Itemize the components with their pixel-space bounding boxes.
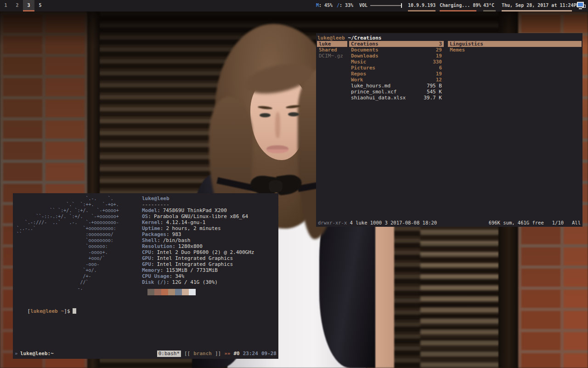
neofetch-line-kernel: Kernel4.12.14-gnu-1 bbox=[142, 219, 254, 225]
dir-row-music[interactable]: Music330 bbox=[349, 59, 444, 65]
shell-prompt[interactable]: [luke@leeb~]$ bbox=[15, 302, 76, 320]
ranger-title-bar: luke@leeb~/Creations bbox=[317, 35, 381, 41]
ranger-filter: All bbox=[572, 219, 581, 226]
display-icon-stand bbox=[579, 8, 582, 9]
ranger-size-summary: 696K sum, 461G free bbox=[489, 219, 544, 226]
preview-dir-memes[interactable]: Memes bbox=[448, 47, 582, 53]
file-row-prince-smol[interactable]: prince_smol.xcf545 K bbox=[349, 89, 444, 95]
palette-swatch-5 bbox=[175, 289, 182, 295]
neofetch-line-gpu2: GPUIntel Integrated Graphics bbox=[142, 261, 254, 267]
cpu-usage-text: : 45% bbox=[319, 3, 333, 8]
volume-label: VOL bbox=[359, 3, 368, 8]
ranger-status-bar: drwxr-xr-x 4 luke 1000 3 2017-08-08 18:2… bbox=[316, 219, 582, 226]
neofetch-line-gpu1: GPUIntel Integrated Graphics bbox=[142, 255, 254, 261]
battery-indicator: Charging... 89% bbox=[440, 0, 476, 12]
volume-slider[interactable] bbox=[370, 5, 401, 6]
woman-nose bbox=[275, 112, 280, 138]
neofetch-info: luke@leeb --------- Model745869U ThinkPa… bbox=[142, 196, 254, 285]
ranger-permissions: drwxr-xr-x bbox=[318, 220, 347, 225]
tmux-date: 09-28 bbox=[261, 350, 277, 358]
palette-swatch-4 bbox=[168, 289, 175, 295]
neofetch-line-uptime: Uptime2 hours, 2 minutes bbox=[142, 225, 254, 231]
ranger-title-path: ~/Creations bbox=[348, 35, 382, 41]
temperature-indicator: 43°C bbox=[483, 0, 496, 12]
parabola-ascii-logo: `.-. `. `.` `:++. `-+o+. `` `:+/. `:+/. … bbox=[17, 196, 119, 291]
palette-swatch-2 bbox=[154, 289, 161, 295]
prompt-user-host: luke@leeb bbox=[30, 308, 58, 314]
dir-row-work[interactable]: Work12 bbox=[349, 77, 444, 83]
display-icon-screen bbox=[577, 2, 584, 7]
workspace-tag-3-label: 3 bbox=[27, 3, 30, 8]
parent-file-dcim[interactable]: DCIM~.gz bbox=[317, 53, 347, 59]
neofetch-color-palette bbox=[147, 289, 196, 295]
display-icon[interactable] bbox=[577, 2, 586, 9]
volume-indicator[interactable]: VOL bbox=[359, 0, 401, 12]
neofetch-user-host: luke@leeb bbox=[142, 196, 254, 201]
tmux-git-open: [[ bbox=[184, 350, 190, 358]
workspace-tag-2[interactable]: 2 bbox=[11, 0, 23, 12]
neofetch-separator: --------- bbox=[142, 201, 254, 207]
tmux-clock: 23:24 bbox=[243, 350, 258, 358]
prompt-close-bracket: ]$ bbox=[64, 308, 70, 314]
ranger-parent-column: luke Shared DCIM~.gz bbox=[317, 41, 347, 59]
neofetch-line-os: OSParabola GNU/Linux-libre x86_64 bbox=[142, 213, 254, 219]
ranger-summary: 696K sum, 461G free 1/10 All bbox=[489, 219, 581, 226]
tmux-chevrons-icon: »» bbox=[224, 350, 230, 358]
tmux-right-status: 0:bash* [[ branch ]] »» #0 23:24 09-28 bbox=[157, 350, 277, 358]
network-ip-indicator: 10.9.9.193 bbox=[408, 0, 435, 12]
woman-eye-left bbox=[260, 113, 271, 117]
tmux-session-name: luke@leeb:~ bbox=[20, 350, 54, 358]
dir-row-downloads[interactable]: Downloads19 bbox=[349, 53, 444, 59]
woman-lips bbox=[266, 145, 288, 153]
workspace-tag-3-active[interactable]: 3 bbox=[23, 0, 34, 12]
datetime-text: Thu, Sep 28, 2017 at 11:24PM bbox=[502, 3, 579, 8]
battery-underline bbox=[440, 10, 476, 12]
memory-usage-indicator: /: 33% bbox=[337, 0, 353, 12]
palette-swatch-6 bbox=[182, 289, 189, 295]
ranger-preview-column: Linguistics Memes bbox=[448, 41, 582, 53]
temperature-underline bbox=[483, 10, 496, 12]
dir-row-pictures[interactable]: Pictures6 bbox=[349, 65, 444, 71]
terminal-window[interactable]: `.-. `. `.` `:++. `-+o+. `` `:+/. `:+/. … bbox=[13, 193, 278, 359]
memory-usage-text: : 33% bbox=[339, 3, 353, 8]
neofetch-line-memory: Memory1153MiB / 7731MiB bbox=[142, 267, 254, 273]
tmux-prefix-chevron: » bbox=[15, 350, 18, 358]
file-row-shiaohui-data[interactable]: shiaohui_data.xlsx39.7 K bbox=[349, 95, 444, 101]
network-ip-text: 10.9.9.193 bbox=[408, 3, 435, 8]
status-bar: 1 2 3 5 M: 45% /: 33% VOL 10.9.9.193 Cha… bbox=[0, 0, 588, 12]
datetime-indicator: Thu, Sep 28, 2017 at 11:24PM bbox=[502, 0, 572, 12]
neofetch-line-model: Model745869U ThinkPad X200 bbox=[142, 207, 254, 213]
dir-row-repos[interactable]: Repos19 bbox=[349, 71, 444, 77]
workspace-tag-5[interactable]: 5 bbox=[34, 0, 46, 12]
tmux-git-branch: branch bbox=[193, 350, 212, 358]
dir-row-documents[interactable]: Documents29 bbox=[349, 47, 444, 53]
dir-row-creations[interactable]: Creations3 bbox=[349, 41, 444, 47]
ranger-file-meta: drwxr-xr-x 4 luke 1000 3 2017-08-08 18:2… bbox=[318, 219, 437, 226]
tmux-window-tab[interactable]: 0:bash* bbox=[157, 351, 181, 357]
parent-dir-luke[interactable]: luke bbox=[317, 41, 347, 47]
workspace-tag-1[interactable]: 1 bbox=[0, 0, 11, 12]
neofetch-line-packages: Packages983 bbox=[142, 231, 254, 237]
palette-swatch-1 bbox=[147, 289, 154, 295]
file-row-luke-hours[interactable]: luke_hours.md795 B bbox=[349, 83, 444, 89]
woman-eye-right bbox=[288, 112, 299, 116]
network-ip-underline bbox=[408, 10, 435, 12]
terminal-cursor bbox=[73, 308, 76, 314]
volume-slider-thumb[interactable] bbox=[401, 3, 402, 8]
ranger-file-manager-window[interactable]: luke@leeb~/Creations luke Shared DCIM~.g… bbox=[316, 33, 582, 227]
ranger-position: 1/10 bbox=[552, 219, 564, 226]
ranger-owner-date: 4 luke 1000 3 2017-08-08 18:20 bbox=[347, 220, 437, 225]
neofetch-line-shell: Shell/bin/bash bbox=[142, 237, 254, 243]
parent-dir-shared[interactable]: Shared bbox=[317, 47, 347, 53]
cpu-usage-indicator: M: 45% bbox=[316, 0, 333, 12]
woman-bowtie-knot bbox=[269, 180, 283, 192]
neofetch-line-cpu: CPUIntel 2 Duo P8600 (2) @ 2.400GHz bbox=[142, 249, 254, 255]
ranger-title-user-host: luke@leeb bbox=[317, 35, 345, 41]
temperature-text: 43°C bbox=[483, 3, 494, 8]
battery-text: Charging... 89% bbox=[440, 3, 481, 8]
palette-swatch-7 bbox=[189, 289, 196, 295]
preview-dir-linguistics[interactable]: Linguistics bbox=[448, 41, 582, 47]
tmux-status-bar: » luke@leeb:~ 0:bash* [[ branch ]] »» #0… bbox=[13, 350, 278, 358]
tmux-git-close: ]] bbox=[215, 350, 221, 358]
palette-swatch-3 bbox=[161, 289, 168, 295]
